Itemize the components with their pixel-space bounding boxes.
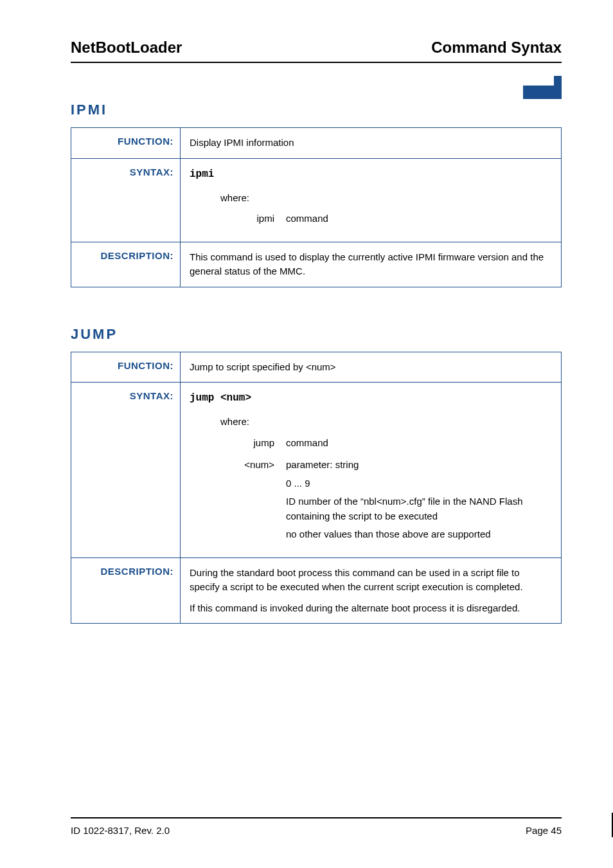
jump-syntax-label: SYNTAX:: [71, 383, 181, 558]
header-right: Command Syntax: [431, 39, 562, 57]
ipmi-param-name: ipmi: [235, 212, 286, 230]
ipmi-syntax-label: SYNTAX:: [71, 158, 181, 242]
ipmi-param-row: ipmi command: [235, 212, 552, 230]
jump-syntax-content: jump <num> where: jump command <num> par…: [181, 383, 562, 558]
jump-param-row-1: <num> parameter: string 0 ... 9 ID numbe…: [235, 458, 552, 546]
ipmi-description-label: DESCRIPTION:: [71, 242, 181, 287]
ipmi-function-text: Display IPMI information: [181, 128, 562, 159]
jump-param1-name: <num>: [235, 458, 286, 546]
jump-param-row-0: jump command: [235, 436, 552, 455]
jump-description-label: DESCRIPTION:: [71, 557, 181, 624]
jump-param0-name: jump: [235, 436, 286, 455]
jump-table: FUNCTION: Jump to script specified by <n…: [71, 352, 562, 624]
jump-function-label: FUNCTION:: [71, 352, 181, 383]
footer-left: ID 1022-8317, Rev. 2.0: [71, 825, 170, 836]
ipmi-param-desc: command: [286, 212, 552, 230]
corner-decoration: [523, 76, 562, 99]
header-rule: [71, 62, 562, 63]
ipmi-table: FUNCTION: Display IPMI information SYNTA…: [71, 127, 562, 287]
ipmi-syntax-cmd: ipmi: [190, 167, 552, 182]
ipmi-syntax-content: ipmi where: ipmi command: [181, 158, 562, 242]
jump-param1-desc: parameter: string 0 ... 9 ID number of t…: [286, 458, 552, 546]
footer-right: Page 45: [526, 825, 562, 836]
jump-where-label: where:: [220, 415, 552, 429]
section-heading-ipmi: IPMI: [71, 102, 562, 118]
ipmi-where-label: where:: [220, 191, 552, 206]
page-header: NetBootLoader Command Syntax: [71, 39, 562, 57]
jump-description-text: During the standard boot process this co…: [181, 557, 562, 624]
jump-syntax-cmd: jump <num>: [190, 390, 552, 406]
header-left: NetBootLoader: [71, 39, 182, 57]
ipmi-description-text: This command is used to display the curr…: [181, 242, 562, 287]
jump-function-text: Jump to script specified by <num>: [181, 352, 562, 383]
ipmi-function-label: FUNCTION:: [71, 128, 181, 159]
jump-param0-desc: command: [286, 436, 552, 455]
footer-rule: [71, 817, 562, 818]
section-heading-jump: JUMP: [71, 326, 562, 343]
page-footer: ID 1022-8317, Rev. 2.0 Page 45: [71, 817, 562, 836]
